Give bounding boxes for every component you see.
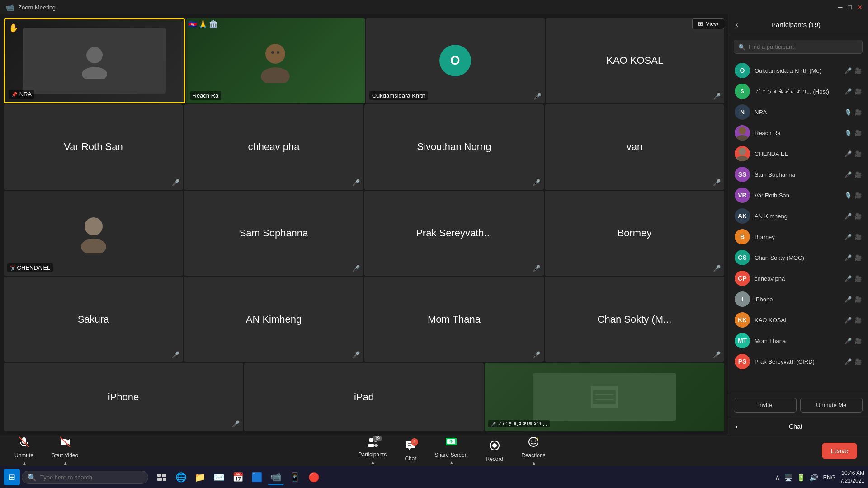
video-cell-chheav-pha[interactable]: chheav pha 🎤 bbox=[184, 104, 363, 190]
taskbar-folder-icon[interactable]: 📁 bbox=[192, 469, 208, 485]
list-item[interactable]: CHENDA EL 🎤 🎥 bbox=[728, 143, 868, 164]
list-item[interactable]: AK AN Kimheng 🎤 🎥 bbox=[728, 206, 868, 226]
list-item[interactable]: CS Chan Sokty (MOC) 🎤 🎥 bbox=[728, 247, 868, 268]
participant-controls: 🎙️ 🎥 bbox=[844, 192, 862, 199]
participant-name: CHENDA EL bbox=[755, 150, 840, 157]
participant-avatar: KK bbox=[735, 312, 750, 328]
collapse-chat-icon[interactable]: ‹ bbox=[736, 423, 738, 430]
unmute-chevron[interactable]: ▲ bbox=[22, 460, 27, 465]
video-cell-van[interactable]: van 🎤 bbox=[545, 104, 724, 190]
participant-avatar: CS bbox=[735, 250, 750, 265]
share-chevron[interactable]: ▲ bbox=[449, 460, 454, 465]
record-button[interactable]: Record bbox=[482, 438, 507, 464]
leave-button[interactable]: Leave bbox=[822, 443, 857, 459]
sakura-mute: 🎤 bbox=[172, 351, 179, 358]
list-item[interactable]: O Oukdamsidara Khith (Me) 🎤 🎥 bbox=[728, 60, 868, 81]
video-cell-reach-ra[interactable]: 🇰🇭🙏🏛️ Reach Ra bbox=[186, 18, 365, 103]
video-cell-chan-sokty[interactable]: Chan Sokty (M... 🎤 bbox=[545, 277, 724, 362]
video-cell-sakura[interactable]: Sakura 🎤 bbox=[4, 277, 183, 362]
svg-point-22 bbox=[368, 444, 375, 447]
participant-search-input[interactable] bbox=[734, 40, 863, 54]
video-cell-sray-bottom[interactable]: 🎤 រាយក្នុងភោគ​លយ... bbox=[485, 363, 724, 431]
an-kimheng-name: AN Kimheng bbox=[246, 314, 302, 325]
list-item[interactable]: VR Var Roth San 🎙️ 🎥 bbox=[728, 185, 868, 206]
taskbar-app6[interactable]: 🟦 bbox=[249, 469, 265, 485]
invite-button[interactable]: Invite bbox=[734, 398, 797, 413]
unmute-me-button[interactable]: Unmute Me bbox=[800, 398, 863, 413]
video-cell-prak-sereyvath[interactable]: Prak Sereyvath... 🎤 bbox=[364, 191, 544, 276]
list-item[interactable]: B Bormey 🎤 🎥 bbox=[728, 226, 868, 247]
nra-label: 📌 NRA bbox=[9, 90, 34, 99]
taskbar-search-input[interactable] bbox=[40, 474, 140, 481]
title-bar-controls[interactable]: ─ □ ✕ bbox=[838, 4, 863, 11]
video-cell-an-kimheng[interactable]: AN Kimheng 🎤 bbox=[184, 277, 363, 362]
collapse-icon[interactable]: ‹ bbox=[736, 20, 738, 29]
taskbar-task-view[interactable] bbox=[154, 469, 170, 485]
view-button[interactable]: ⊞ View bbox=[692, 18, 724, 29]
list-item[interactable]: S រាយក្នុងភោគ​លយ... (Host) 🎤 🎥 bbox=[728, 81, 868, 102]
start-video-button[interactable]: Start Video ▲ bbox=[48, 434, 82, 467]
reactions-button[interactable]: Reactions ▲ bbox=[518, 434, 549, 467]
video-cell-kao-kosal[interactable]: KAO KOSAL 🎤 bbox=[546, 18, 725, 103]
list-item[interactable]: KK KAO KOSAL 🎤 🎥 bbox=[728, 310, 868, 330]
maximize-button[interactable]: □ bbox=[848, 4, 852, 11]
video-cell-ipad[interactable]: iPad bbox=[244, 363, 484, 431]
list-item[interactable]: CP chheav pha 🎤 🎥 bbox=[728, 268, 868, 289]
video-cell-sivouthan[interactable]: Sivouthan Norng 🎤 bbox=[364, 104, 544, 190]
list-item[interactable]: I iPhone 🎤 🎥 bbox=[728, 289, 868, 310]
participants-chevron[interactable]: ▲ bbox=[371, 460, 375, 465]
svg-point-15 bbox=[736, 156, 748, 161]
video-cell-bormey[interactable]: Bormey 🎤 bbox=[545, 191, 724, 276]
list-item[interactable]: PS Prak Sereyvath (CIRD) 🎤 🎥 bbox=[728, 351, 868, 372]
taskbar-edge-icon[interactable]: 🌐 bbox=[173, 469, 189, 485]
chat-title: ‹ Chat bbox=[736, 423, 861, 430]
list-item[interactable]: N NRA 🎙️ 🎥 bbox=[728, 102, 868, 122]
mic-muted-icon: 🎤 bbox=[844, 171, 852, 178]
minimize-button[interactable]: ─ bbox=[838, 4, 843, 11]
share-screen-button[interactable]: Share Screen ▲ bbox=[431, 435, 471, 467]
reactions-label: Reactions bbox=[521, 452, 545, 459]
mic-muted-icon: 🎤 bbox=[844, 358, 852, 365]
participant-controls: 🎤 🎥 bbox=[844, 150, 862, 157]
participant-name: Var Roth San bbox=[755, 192, 840, 199]
cam-icon: 🎥 bbox=[854, 130, 862, 136]
list-item[interactable]: Reach Ra 🎙️ 🎥 bbox=[728, 122, 868, 143]
taskbar-chrome-icon[interactable]: 🔴 bbox=[306, 469, 322, 485]
video-cell-sam-sophanna[interactable]: Sam Sophanna 🎤 bbox=[184, 191, 363, 276]
reactions-icon bbox=[528, 436, 539, 450]
reactions-chevron[interactable]: ▲ bbox=[532, 460, 536, 465]
participant-name: chheav pha bbox=[755, 275, 840, 282]
taskbar-mail-icon[interactable]: ✉️ bbox=[211, 469, 227, 485]
cam-on-icon: 🎥 bbox=[854, 109, 862, 116]
list-item[interactable]: SS Sam Sophanna 🎤 🎥 bbox=[728, 164, 868, 185]
taskbar-telegram-icon[interactable]: 📱 bbox=[287, 469, 303, 485]
video-chevron[interactable]: ▲ bbox=[63, 460, 68, 465]
start-button[interactable]: ⊞ bbox=[4, 469, 20, 485]
video-cell-oukdamsidara[interactable]: O Oukdamsidara Khith 🎤 bbox=[366, 18, 545, 103]
video-cell-chenda-el[interactable]: ✂️ CHENDA EL bbox=[4, 191, 183, 276]
svg-point-13 bbox=[736, 135, 748, 141]
taskbar: ⊞ 🔍 🌐 📁 ✉️ 📅 🟦 📹 📱 🔴 ∧ 🖥️ 🔋 🔊 ENG 10:46 … bbox=[0, 466, 868, 488]
close-button[interactable]: ✕ bbox=[857, 4, 863, 11]
video-cell-iphone[interactable]: iPhone 🎤 bbox=[4, 363, 243, 431]
toolbar-right: Leave bbox=[822, 443, 857, 459]
participant-avatar: AK bbox=[735, 208, 750, 224]
participant-avatar bbox=[735, 125, 750, 141]
chat-button[interactable]: 1 Chat bbox=[401, 438, 420, 464]
video-cell-nra[interactable]: ✋ 📌 NRA bbox=[4, 18, 185, 103]
taskbar-search-bar[interactable]: 🔍 bbox=[22, 471, 148, 484]
taskbar-zoom-icon[interactable]: 📹 bbox=[268, 469, 284, 485]
tray-chevron[interactable]: ∧ bbox=[775, 473, 780, 482]
participant-name: AN Kimheng bbox=[755, 213, 840, 220]
unmute-button[interactable]: Unmute ▲ bbox=[11, 434, 37, 467]
participants-button[interactable]: 19 Participants ▲ bbox=[354, 435, 390, 466]
video-row-3: ✂️ CHENDA EL Sam Sophanna 🎤 Prak Sereyva… bbox=[4, 191, 724, 276]
taskbar-calendar-icon[interactable]: 📅 bbox=[230, 469, 246, 485]
list-item[interactable]: MT Mom Thana 🎤 🎥 bbox=[728, 330, 868, 351]
video-cell-mom-thana[interactable]: Mom Thana 🎤 bbox=[364, 277, 544, 362]
chat-badge: 1 bbox=[411, 438, 418, 446]
svg-rect-36 bbox=[162, 474, 166, 477]
video-cell-var-roth-san[interactable]: Var Roth San 🎤 bbox=[4, 104, 183, 190]
chan-sokty-name: Chan Sokty (M... bbox=[598, 314, 672, 325]
taskbar-time-display: 10:46 AM bbox=[840, 469, 864, 477]
